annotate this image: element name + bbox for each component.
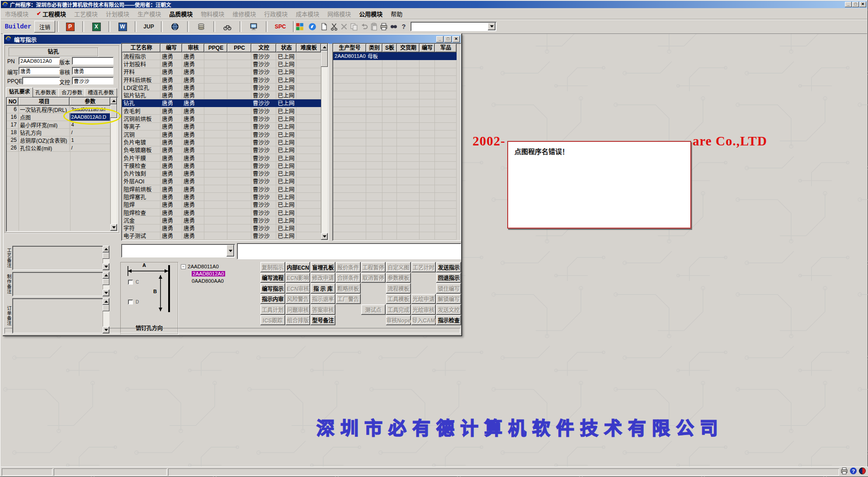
- print-icon[interactable]: [379, 21, 389, 33]
- action-button[interactable]: 发送文控: [436, 304, 461, 315]
- version-field[interactable]: [72, 57, 113, 65]
- ppqe-field[interactable]: [22, 77, 60, 84]
- maximize-button[interactable]: □: [852, 2, 859, 7]
- model-row[interactable]: [333, 84, 460, 91]
- process-row[interactable]: 阻焊唐勇唐勇曹沙沙已上网: [122, 201, 321, 209]
- action-button[interactable]: ECN审核: [286, 283, 311, 294]
- copy-icon[interactable]: [349, 21, 359, 33]
- process-row[interactable]: 字符唐勇唐勇曹沙沙已上网: [122, 224, 321, 232]
- column-header[interactable]: 交货期: [397, 44, 420, 52]
- column-header[interactable]: 编写: [160, 44, 182, 52]
- action-button[interactable]: ECN影响: [286, 273, 311, 283]
- process-row[interactable]: 流程指示唐勇唐勇曹沙沙已上网: [122, 52, 321, 60]
- writer-field[interactable]: 唐勇: [19, 67, 60, 75]
- toolbar-combobox-dropdown-button[interactable]: [488, 23, 495, 30]
- action-button[interactable]: 组合排版: [286, 315, 311, 326]
- process-row[interactable]: 开料后烘板唐勇唐勇曹沙沙已上网: [122, 76, 321, 84]
- model-row[interactable]: [333, 115, 460, 122]
- column-header[interactable]: 生产型号: [333, 44, 366, 52]
- column-header[interactable]: 难度板: [297, 44, 321, 52]
- process-row[interactable]: 阻焊塞孔唐勇唐勇曹沙沙已上网: [122, 193, 321, 201]
- monitor-icon[interactable]: [243, 21, 264, 33]
- scroll-up-button[interactable]: [110, 98, 117, 104]
- action-button[interactable]: 工程暂停: [361, 262, 386, 272]
- process-row[interactable]: 负片干膜唐勇唐勇曹沙沙已上网: [122, 154, 321, 162]
- dialog-maximize-button[interactable]: □: [444, 36, 452, 42]
- column-header[interactable]: 文控: [251, 44, 276, 52]
- reviewer-field[interactable]: 唐勇: [72, 67, 113, 75]
- action-button[interactable]: 自定义图: [386, 262, 411, 272]
- action-button[interactable]: 导入CAM: [411, 315, 436, 326]
- model-row[interactable]: [333, 216, 460, 224]
- process-row[interactable]: 阻焊检查唐勇唐勇曹沙沙已上网: [122, 209, 321, 216]
- menu-item[interactable]: 网络模块: [323, 9, 355, 19]
- tab-1[interactable]: 钻孔要求: [6, 87, 33, 97]
- model-row[interactable]: [333, 201, 460, 209]
- scroll-up-button[interactable]: [103, 298, 109, 305]
- model-row[interactable]: [333, 68, 460, 76]
- model-row[interactable]: [333, 138, 460, 146]
- action-button[interactable]: 流程模板: [386, 283, 411, 294]
- collapse-icon[interactable]: −: [181, 264, 186, 269]
- action-button[interactable]: 盲埋孔板: [311, 262, 335, 272]
- undo-icon[interactable]: [359, 21, 369, 33]
- excel-icon[interactable]: X: [86, 21, 107, 33]
- coins-icon[interactable]: [191, 21, 212, 33]
- param-row[interactable]: 6一次钻孔程序(DRL)2aad8011a0.drl: [7, 106, 110, 113]
- model-row[interactable]: [333, 123, 460, 131]
- action-button[interactable]: 编写指示: [260, 283, 285, 294]
- tree-child-node[interactable]: 0AAD800AA0: [181, 277, 257, 285]
- scroll-up-button[interactable]: [321, 44, 328, 51]
- action-button[interactable]: 参数模板: [386, 273, 411, 283]
- column-header[interactable]: 项目: [19, 98, 70, 106]
- cut-icon[interactable]: [329, 21, 339, 33]
- combobox-dropdown-button[interactable]: [226, 245, 234, 257]
- action-button[interactable]: 光绘审核: [411, 304, 436, 315]
- param-table-scrollbar[interactable]: [110, 98, 117, 231]
- column-header[interactable]: NO: [7, 98, 19, 106]
- action-button[interactable]: 工艺计时: [411, 262, 436, 272]
- process-table-scrollbar[interactable]: [321, 44, 328, 240]
- model-row[interactable]: [333, 162, 460, 169]
- action-button[interactable]: 指示内审: [260, 294, 285, 304]
- column-header[interactable]: PPC: [227, 44, 251, 52]
- scroll-thumb[interactable]: [103, 279, 109, 285]
- connection-status-icon[interactable]: [859, 467, 866, 477]
- memo-textarea[interactable]: [12, 246, 109, 270]
- model-row[interactable]: [333, 185, 460, 193]
- action-button[interactable]: 问题审核: [286, 304, 311, 315]
- action-button[interactable]: 合拼条件: [336, 273, 361, 283]
- param-row[interactable]: 26孔位公差(mil)/: [7, 144, 110, 152]
- action-button[interactable]: 风险警告: [286, 294, 311, 304]
- action-button[interactable]: 发送指示: [436, 262, 461, 272]
- process-row[interactable]: 沉铜前烘板唐勇唐勇曹沙沙已上网: [122, 115, 321, 122]
- process-row[interactable]: 负片蚀刻唐勇唐勇曹沙沙已上网: [122, 169, 321, 177]
- action-button[interactable]: 答案审核: [311, 304, 335, 315]
- param-row[interactable]: 18钻孔方向/: [7, 129, 110, 136]
- model-row[interactable]: [333, 232, 460, 240]
- action-button[interactable]: 型号备注: [311, 315, 335, 326]
- process-row[interactable]: 开料唐勇唐勇曹沙沙已上网: [122, 68, 321, 76]
- new-document-icon[interactable]: [319, 21, 329, 33]
- action-button[interactable]: 工具计划: [260, 304, 285, 315]
- motorcycle-icon[interactable]: [217, 21, 238, 33]
- action-button[interactable]: 光绘申请: [411, 294, 436, 304]
- action-button[interactable]: 取消暂停: [361, 273, 386, 283]
- process-row[interactable]: 电子测试唐勇唐勇曹沙沙已上网: [122, 232, 321, 240]
- action-button[interactable]: 工具模板: [386, 294, 411, 304]
- model-row[interactable]: [333, 178, 460, 185]
- tab-2[interactable]: 孔参数表: [32, 88, 59, 97]
- menu-item[interactable]: 品质模块: [165, 9, 197, 19]
- palette-icon[interactable]: [294, 21, 306, 33]
- process-row[interactable]: 沉金唐勇唐勇曹沙沙已上网: [122, 216, 321, 224]
- scroll-down-button[interactable]: [103, 327, 109, 333]
- action-button[interactable]: 工厂警告: [336, 294, 361, 304]
- globe-icon[interactable]: [165, 21, 185, 33]
- scroll-thumb[interactable]: [103, 305, 109, 311]
- action-button[interactable]: 粗略拼板: [336, 283, 361, 294]
- tab-4[interactable]: 槽连孔参数: [85, 88, 117, 97]
- checkbox-c[interactable]: [128, 280, 133, 285]
- model-row[interactable]: [333, 209, 460, 216]
- dialog-minimize-button[interactable]: _: [436, 36, 443, 42]
- param-row[interactable]: 25总铜厚(OZ)(含表铜)1: [7, 136, 110, 144]
